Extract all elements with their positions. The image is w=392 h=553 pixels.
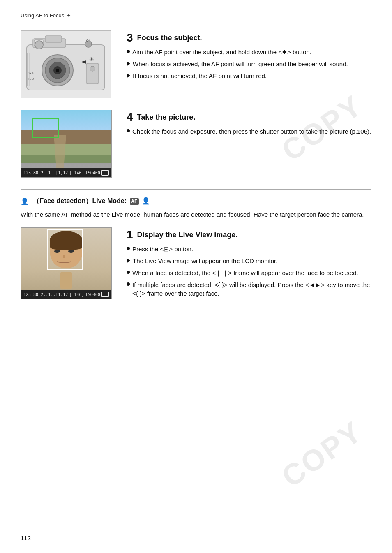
step-4-number: 4: [127, 111, 133, 123]
face-step-1-bullet-4-text: If multiple faces are detected, <{ }> wi…: [132, 280, 371, 298]
star-icon: ✦: [67, 13, 71, 19]
face-step-1-bullets: Press the <⊞> button. The Live View imag…: [127, 245, 371, 298]
bullet-dot-icon: [127, 271, 130, 274]
step-3-content: 3 Focus the subject. Aim the AF point ov…: [127, 30, 371, 83]
step-3-bullet-2: When focus is achieved, the AF point wil…: [127, 60, 371, 69]
af-badge: AF: [130, 198, 139, 205]
face-icon-2: 👤: [142, 197, 150, 204]
photo-bar-left: 125 80 2..1..†1,12: [23, 171, 68, 175]
svg-point-7: [56, 69, 59, 72]
step-4-bullets: Check the focus and exposure, then press…: [127, 127, 371, 136]
face-step-1-title: Display the Live View image.: [137, 229, 238, 239]
photo-bar: 125 80 2..1..†1,12 [ 146] ISO400: [21, 168, 111, 177]
step-3-bullet-1: Aim the AF point over the subject, and h…: [127, 48, 371, 57]
portrait-bar-middle: [ 146]: [69, 292, 84, 297]
photo-bar-icon: [101, 170, 109, 176]
step-3-bullet-1-text: Aim the AF point over the subject, and h…: [132, 48, 371, 57]
face-step-1-bullet-1-text: Press the <⊞> button.: [132, 245, 371, 254]
step-3-heading: 3 Focus the subject.: [127, 32, 371, 44]
section-divider: [21, 189, 371, 190]
bullet-arrow-icon: [127, 73, 130, 78]
face-step-1-row: 125 80 2..1..†1,12 [ 146] ISO400 1 Displ…: [21, 227, 371, 301]
step-4-heading: 4 Take the picture.: [127, 111, 371, 123]
face-icon: 👤: [21, 197, 29, 205]
svg-point-15: [90, 66, 95, 71]
landscape-photo: 125 80 2..1..†1,12 [ 146] ISO400: [21, 110, 112, 178]
step-4-row: 125 80 2..1..†1,12 [ 146] ISO400 4 Take …: [21, 110, 371, 178]
face-detection-title: （Face detection）Live Mode: AF 👤: [31, 197, 150, 206]
face-step-1-bullet-2: The Live View image will appear on the L…: [127, 257, 371, 266]
face-step-1-content: 1 Display the Live View image. Press the…: [127, 227, 371, 301]
step-3-bullet-3: If focus is not achieved, the AF point w…: [127, 72, 371, 81]
portrait-photo: 125 80 2..1..†1,12 [ 146] ISO400: [21, 227, 112, 299]
svg-point-12: [35, 41, 43, 49]
step-4-bullet-1: Check the focus and exposure, then press…: [127, 127, 371, 136]
page-header: Using AF to Focus ✦: [21, 12, 371, 21]
step-4-title: Take the picture.: [137, 111, 196, 122]
face-step-1-number: 1: [127, 229, 133, 241]
face-step-1-bullet-2-text: The Live View image will appear on the L…: [133, 257, 371, 266]
face-step-1-image-col: 125 80 2..1..†1,12 [ 146] ISO400: [21, 227, 115, 299]
step-3-bullet-3-text: If focus is not achieved, the AF point w…: [133, 72, 371, 81]
watermark-bottom: COPY: [275, 414, 369, 493]
step-4-image-col: 125 80 2..1..†1,12 [ 146] ISO400: [21, 110, 115, 178]
step-3-bullets: Aim the AF point over the subject, and h…: [127, 48, 371, 80]
portrait-bar-left: 125 80 2..1..†1,12: [23, 292, 68, 297]
portrait-bar-icon: [101, 292, 109, 297]
svg-rect-2: [45, 36, 62, 42]
bullet-arrow-icon: [127, 258, 130, 263]
step-3-bullet-2-text: When focus is achieved, the AF point wil…: [133, 60, 371, 69]
svg-text:✳: ✳: [89, 56, 94, 62]
face-detection-heading: 👤 （Face detection）Live Mode: AF 👤: [21, 197, 371, 206]
photo-bar-middle: [ 146]: [69, 171, 84, 175]
page-title: Using AF to Focus: [21, 12, 64, 19]
step-3-image-col: ✳ ON WB ISO: [21, 30, 115, 98]
page-number: 112: [21, 534, 31, 541]
face-step-1-bullet-3-text: When a face is detected, the <❘ ❘> frame…: [132, 268, 371, 278]
step-3-number: 3: [127, 32, 133, 44]
portrait-bar-iso: ISO400: [85, 292, 100, 297]
step-4-content: 4 Take the picture. Check the focus and …: [127, 110, 371, 139]
step-4-bullet-1-text: Check the focus and exposure, then press…: [132, 127, 371, 136]
photo-bar-iso: ISO400: [85, 171, 100, 175]
camera-diagram: ✳ ON WB ISO: [21, 30, 111, 98]
bullet-dot-icon: [127, 129, 130, 132]
face-step-1-bullet-4: If multiple faces are detected, <{ }> wi…: [127, 280, 371, 298]
bullet-dot-icon: [127, 247, 130, 250]
face-step-1-heading: 1 Display the Live View image.: [127, 229, 371, 241]
portrait-photo-bar: 125 80 2..1..†1,12 [ 146] ISO400: [21, 290, 111, 299]
face-detection-description: With the same AF method as the Live mode…: [21, 210, 371, 219]
svg-text:ON: ON: [86, 39, 91, 42]
page: Using AF to Focus ✦ COPY COPY: [0, 0, 392, 553]
face-step-1-bullet-1: Press the <⊞> button.: [127, 245, 371, 254]
bullet-dot-icon: [127, 50, 130, 53]
bullet-dot-icon: [127, 282, 130, 286]
face-step-1-bullet-3: When a face is detected, the <❘ ❘> frame…: [127, 268, 371, 278]
step-3-row: ✳ ON WB ISO: [21, 30, 371, 98]
bullet-arrow-icon: [127, 61, 130, 66]
step-3-title: Focus the subject.: [137, 32, 202, 42]
